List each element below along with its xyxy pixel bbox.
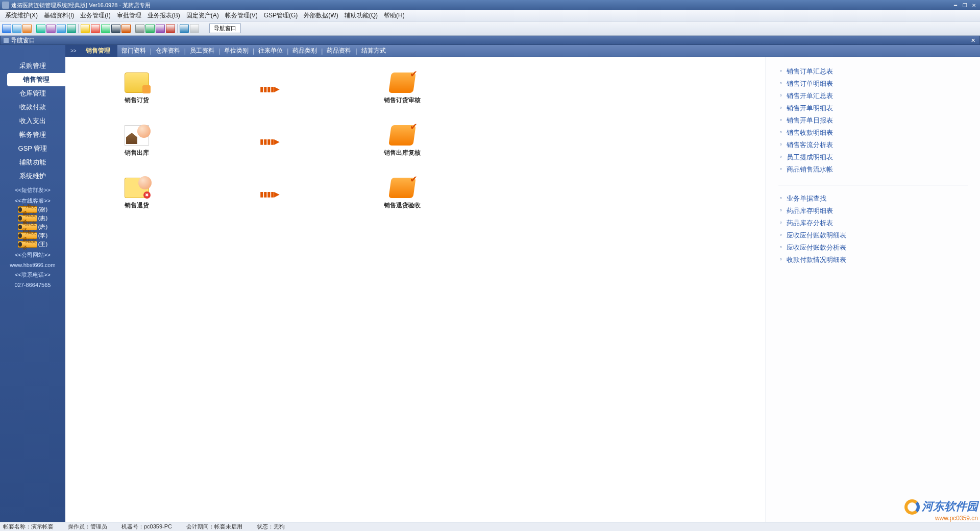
main-area: 采购管理销售管理仓库管理收款付款收入支出帐务管理GSP 管理辅助功能系统维护<<… (0, 45, 980, 522)
nav-window-button[interactable]: 导航窗口 (209, 23, 241, 33)
flow-node[interactable]: 销售退货验收 (361, 178, 443, 210)
flow-node[interactable]: 销售订货 (96, 73, 178, 105)
toolbar-icon[interactable] (36, 24, 45, 33)
report-link[interactable]: 药品库存明细表 (778, 205, 968, 217)
sidebar-item[interactable]: 收款付款 (0, 101, 65, 114)
report-link[interactable]: 销售订单汇总表 (778, 65, 968, 78)
menu-item[interactable]: 固定资产(A) (183, 10, 222, 21)
breadcrumb-link[interactable]: 员工资料 (186, 46, 218, 55)
status-state-label: 状态： (257, 523, 274, 529)
toolbar-icon[interactable] (67, 24, 76, 33)
toolbar-icon[interactable] (22, 24, 32, 33)
toolbar-icon[interactable] (46, 24, 56, 33)
report-link[interactable]: 应收应付账款分析表 (778, 242, 968, 254)
status-operator-value: 管理员 (90, 523, 107, 529)
nav-window-close-button[interactable]: ✕ (969, 37, 976, 44)
flow-node-icon (388, 125, 416, 146)
menu-item[interactable]: 业务报表(B) (144, 10, 183, 21)
contact-name: (唐) (38, 223, 47, 231)
sidebar-item[interactable]: 销售管理 (7, 73, 65, 86)
flow-node-icon (125, 178, 149, 198)
toolbar-icon[interactable] (12, 24, 21, 33)
toolbar-icon[interactable] (156, 24, 165, 33)
toolbar-icon[interactable] (145, 24, 155, 33)
title-bar: 速拓医药连锁管理系统[经典版] Ver16.0928 - 某药店专用 ━ ❐ ✕ (0, 0, 980, 10)
toolbar-icon[interactable] (190, 24, 199, 33)
flow-arrow-icon (178, 136, 361, 147)
toolbar-icon[interactable] (57, 24, 66, 33)
menu-item[interactable]: 辅助功能(Q) (341, 10, 381, 21)
window-title: 速拓医药连锁管理系统[经典版] Ver16.0928 - 某药店专用 (11, 2, 951, 9)
minimize-button[interactable]: ━ (951, 2, 960, 9)
breadcrumb-link[interactable]: 药品资料 (323, 46, 355, 55)
report-link[interactable]: 销售客流分析表 (778, 139, 968, 151)
menu-item[interactable]: 帮助(H) (381, 10, 408, 21)
toolbar-icon[interactable] (166, 24, 175, 33)
status-state-value: 无狗 (274, 523, 285, 529)
report-link[interactable]: 销售收款明细表 (778, 127, 968, 139)
toolbar-icon[interactable] (180, 24, 189, 33)
sidebar-site-label: <<公司网站>> (0, 251, 65, 259)
sidebar-tel-label: <<联系电话>> (0, 271, 65, 279)
report-link[interactable]: 销售开单日报表 (778, 114, 968, 127)
nav-window-title: 导航窗口 (11, 36, 35, 45)
report-link[interactable]: 销售订单明细表 (778, 78, 968, 90)
flow-node[interactable]: 销售订货审核 (361, 73, 443, 105)
report-link[interactable]: 应收应付账款明细表 (778, 229, 968, 242)
sidebar-item[interactable]: 采购管理 (0, 59, 65, 73)
nav-window-header: 导航窗口 ✕ (0, 36, 980, 45)
toolbar-icon[interactable] (121, 24, 131, 33)
report-link[interactable]: 药品库存分析表 (778, 217, 968, 229)
flow-node-label: 销售退货验收 (361, 201, 443, 210)
maximize-button[interactable]: ❐ (961, 2, 969, 9)
status-operator-label: 操作员： (68, 523, 90, 529)
menu-item[interactable]: 审批管理 (114, 10, 144, 21)
sidebar-item[interactable]: GSP 管理 (0, 142, 65, 155)
toolbar-icon[interactable] (91, 24, 100, 33)
sidebar-tel: 027-86647565 (0, 282, 65, 288)
flow-node-icon (388, 73, 416, 93)
sidebar-sms-link[interactable]: <<短信群发>> (0, 186, 65, 194)
menu-item[interactable]: GSP管理(G) (261, 10, 301, 21)
flow-node[interactable]: 销售退货 (96, 178, 178, 210)
report-link[interactable]: 销售开单明细表 (778, 102, 968, 114)
report-link[interactable]: 销售开单汇总表 (778, 90, 968, 102)
flow-node-label: 销售退货 (96, 201, 178, 210)
breadcrumb-link[interactable]: 部门资料 (117, 46, 150, 55)
divider (778, 185, 968, 185)
menu-item[interactable]: 基础资料(I) (41, 10, 77, 21)
report-link[interactable]: 商品销售流水帐 (778, 163, 968, 176)
toolbar-icon[interactable] (2, 24, 11, 33)
sidebar-item[interactable]: 仓库管理 (0, 87, 65, 100)
sidebar-contact[interactable]: 与我交谈(王) (0, 240, 65, 248)
flow-node-icon (125, 125, 149, 146)
report-link[interactable]: 业务单据查找 (778, 192, 968, 205)
contact-name: (谢) (38, 206, 47, 213)
breadcrumb-link[interactable]: 结算方式 (357, 46, 390, 55)
report-link[interactable]: 收款付款情况明细表 (778, 254, 968, 266)
sidebar-item[interactable]: 系统维护 (0, 170, 65, 183)
breadcrumb-link[interactable]: 单位类别 (220, 46, 253, 55)
breadcrumb-link[interactable]: 仓库资料 (152, 46, 184, 55)
close-button[interactable]: ✕ (970, 2, 978, 9)
toolbar-icon[interactable] (111, 24, 120, 33)
sidebar-item[interactable]: 辅助功能 (0, 156, 65, 169)
report-link[interactable]: 员工提成明细表 (778, 151, 968, 163)
toolbar: 导航窗口 (0, 21, 980, 36)
menu-item[interactable]: 系统维护(X) (2, 10, 41, 21)
sidebar-item[interactable]: 收入支出 (0, 114, 65, 128)
menu-item[interactable]: 业务管理(I) (77, 10, 113, 21)
menu-bar: 系统维护(X)基础资料(I)业务管理(I)审批管理业务报表(B)固定资产(A)帐… (0, 10, 980, 21)
menu-item[interactable]: 外部数据(W) (301, 10, 341, 21)
toolbar-icon[interactable] (101, 24, 110, 33)
toolbar-icon[interactable] (81, 24, 90, 33)
sidebar-site-link[interactable]: www.hbst666.com (0, 262, 65, 268)
breadcrumb-link[interactable]: 药品类别 (288, 46, 321, 55)
flow-node[interactable]: 销售出库 (96, 125, 178, 157)
breadcrumb-link[interactable]: 往来单位 (254, 46, 287, 55)
flow-node[interactable]: 销售出库复核 (361, 125, 443, 157)
menu-item[interactable]: 帐务管理(V) (222, 10, 261, 21)
toolbar-icon[interactable] (135, 24, 144, 33)
sidebar-item[interactable]: 帐务管理 (0, 128, 65, 141)
breadcrumb-arrow-icon: >> (70, 48, 77, 54)
